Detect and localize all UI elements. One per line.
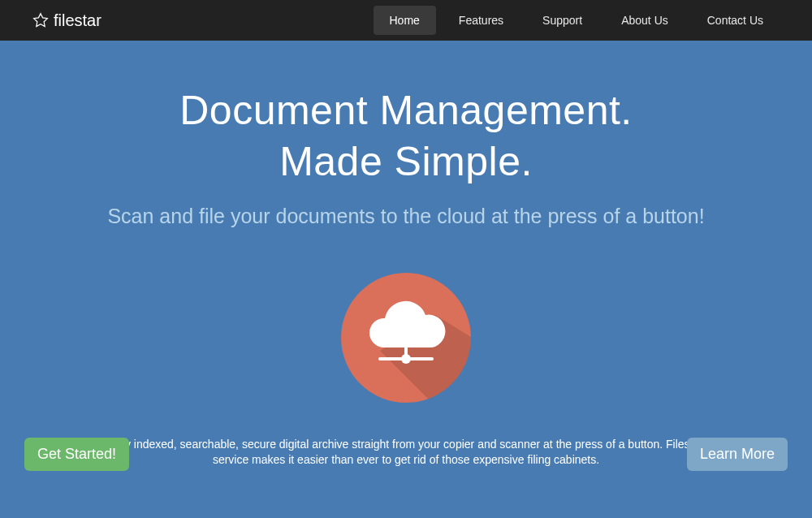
hero-title: Document Management. Made Simple. <box>179 85 633 187</box>
svg-marker-0 <box>34 14 48 27</box>
hero-title-line-2: Made Simple. <box>279 139 533 184</box>
hero-subtitle: Scan and file your documents to the clou… <box>107 205 704 228</box>
star-icon <box>32 12 49 28</box>
cloud-network-icon <box>341 273 471 403</box>
brand-name: filestar <box>54 11 102 30</box>
nav-home[interactable]: Home <box>374 6 436 35</box>
nav-about-us[interactable]: About Us <box>605 6 685 35</box>
learn-more-button[interactable]: Learn More <box>687 438 788 471</box>
navbar: filestar Home Features Support About Us … <box>0 0 812 41</box>
nav-support[interactable]: Support <box>526 6 598 35</box>
nav-links: Home Features Support About Us Contact U… <box>374 6 780 35</box>
hero-section: Document Management. Made Simple. Scan a… <box>0 41 812 518</box>
svg-point-5 <box>401 354 411 364</box>
nav-contact-us[interactable]: Contact Us <box>691 6 780 35</box>
logo[interactable]: filestar <box>32 11 102 30</box>
get-started-button[interactable]: Get Started! <box>24 438 129 471</box>
cta-row: Get Started! Learn More <box>24 438 788 471</box>
hero-title-line-1: Document Management. <box>179 88 633 133</box>
nav-features[interactable]: Features <box>443 6 520 35</box>
